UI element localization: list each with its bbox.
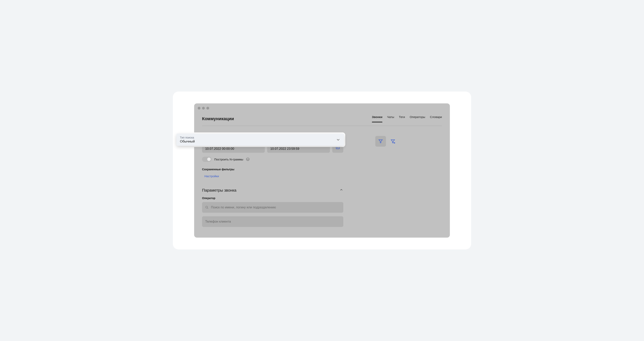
tab-tags[interactable]: Теги: [399, 115, 405, 122]
filter-clear-icon: [390, 139, 395, 144]
page-background: Коммуникации Звонки Чаты Теги Операторы …: [173, 92, 471, 250]
page-header: Коммуникации Звонки Чаты Теги Операторы …: [202, 115, 442, 126]
svg-rect-9: [338, 148, 338, 148]
saved-filters-label: Сохраненные фильтры: [202, 168, 343, 171]
clear-filter-button[interactable]: [388, 136, 398, 146]
tab-operators[interactable]: Операторы: [410, 115, 425, 122]
svg-line-11: [207, 208, 208, 208]
svg-marker-0: [379, 140, 382, 143]
date-end-value: 10.07.2022 23:59:59: [270, 147, 327, 150]
ngram-label: Построить N-граммы: [214, 158, 243, 161]
window-dot-close[interactable]: [198, 107, 200, 110]
window-dot-minimize[interactable]: [202, 107, 205, 110]
tab-bar: Звонки Чаты Теги Операторы Словари: [372, 115, 442, 122]
search-type-value: Обычный: [180, 140, 195, 144]
page-title: Коммуникации: [202, 116, 234, 121]
operator-label: Оператор: [202, 196, 343, 200]
filter-buttons: [375, 136, 398, 146]
svg-point-10: [206, 206, 208, 208]
filter-button[interactable]: [375, 136, 386, 146]
client-phone-input[interactable]: [205, 220, 340, 224]
chevron-up-icon: [339, 188, 343, 192]
operator-search-box[interactable]: [202, 202, 343, 213]
tab-dictionaries[interactable]: Словари: [430, 115, 442, 122]
collapse-button[interactable]: [339, 188, 343, 192]
help-icon[interactable]: ?: [246, 158, 250, 161]
search-type-label: Тип поиска: [180, 136, 195, 139]
browser-window: Коммуникации Звонки Чаты Теги Операторы …: [194, 104, 450, 238]
search-type-dropdown[interactable]: Тип поиска Обычный: [176, 134, 344, 146]
filter-icon: [378, 139, 383, 144]
date-start-value: 10.07.2022 00:00:00: [205, 147, 262, 150]
tab-chats[interactable]: Чаты: [387, 115, 394, 122]
client-phone-box[interactable]: [202, 216, 343, 227]
operator-search-input[interactable]: [211, 206, 340, 209]
chevron-down-icon: [336, 137, 340, 142]
settings-link[interactable]: Настройки: [204, 174, 219, 178]
window-dot-maximize[interactable]: [206, 107, 209, 110]
svg-rect-4: [336, 146, 340, 149]
tab-calls[interactable]: Звонки: [372, 115, 382, 122]
content-area: Коммуникации Звонки Чаты Теги Операторы …: [194, 113, 450, 227]
toggle-knob: [207, 157, 211, 161]
ngram-row: Построить N-граммы ?: [202, 157, 343, 162]
svg-rect-8: [337, 148, 338, 148]
call-params-title: Параметры звонка: [202, 188, 236, 192]
window-titlebar: [194, 104, 450, 113]
call-params-header: Параметры звонка: [202, 188, 343, 192]
ngram-toggle[interactable]: [202, 157, 212, 162]
search-icon: [205, 206, 208, 209]
